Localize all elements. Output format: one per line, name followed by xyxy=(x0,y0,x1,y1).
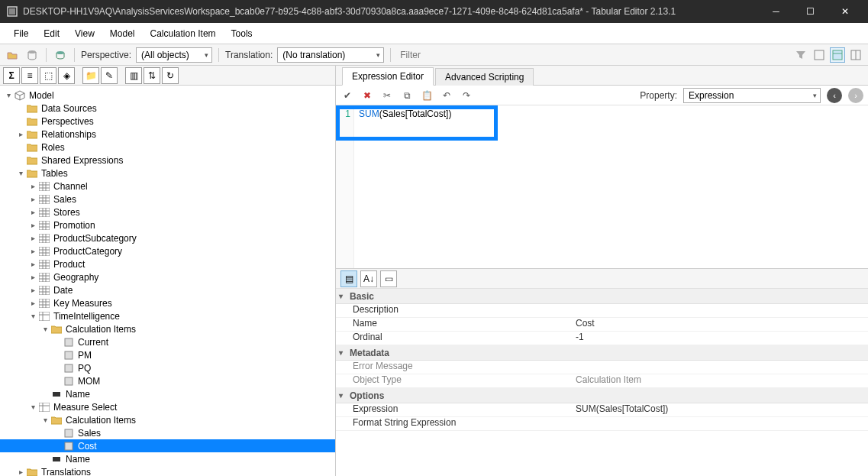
prop-description-value[interactable] xyxy=(573,304,868,317)
code-editor[interactable]: 1 SUM(Sales[TotalCost]) xyxy=(336,105,868,268)
tree-node-pm[interactable]: ▸PM xyxy=(0,348,335,361)
column-icon[interactable]: ▥ xyxy=(125,67,142,84)
property-list[interactable]: ▾Basic Description NameCost Ordinal-1 ▾M… xyxy=(336,289,868,476)
alpha-sort-icon[interactable]: A↓ xyxy=(360,270,377,287)
copy-icon[interactable]: ⧉ xyxy=(400,89,414,102)
tree-node-productsubcategory[interactable]: ▸ProductSubcategory xyxy=(0,232,335,244)
tree-node-calculation-items[interactable]: ▾Calculation Items xyxy=(0,413,335,426)
cancel-icon[interactable]: ✖ xyxy=(360,89,374,102)
maximize-button[interactable]: ☐ xyxy=(793,0,828,23)
tree-node-geography[interactable]: ▸Geography xyxy=(0,270,335,283)
paste-icon[interactable]: 📋 xyxy=(420,89,434,102)
tree-node-mom[interactable]: ▸MOM xyxy=(0,374,335,387)
back-button[interactable]: ‹ xyxy=(827,88,842,103)
undo-icon[interactable]: ↶ xyxy=(440,89,453,102)
tree-node-stores[interactable]: ▸Stores xyxy=(0,206,335,219)
tree-node-promotion[interactable]: ▸Promotion xyxy=(0,219,335,232)
tree-node-date[interactable]: ▸Date xyxy=(0,283,335,296)
categorized-icon[interactable]: ▤ xyxy=(340,270,357,287)
prop-page-icon[interactable]: ▭ xyxy=(380,270,397,287)
minimize-button[interactable]: ─ xyxy=(759,0,793,23)
accept-icon[interactable]: ✔ xyxy=(340,89,354,102)
tab-advanced-scripting[interactable]: Advanced Scripting xyxy=(435,68,534,86)
prop-error-label: Error Message xyxy=(336,361,573,374)
tree-node-current[interactable]: ▸Current xyxy=(0,335,335,348)
hierarchy-icon[interactable]: ⬚ xyxy=(40,67,56,84)
tree-node-tables[interactable]: ▾Tables xyxy=(0,167,335,180)
translation-combo[interactable]: (No translation) xyxy=(277,47,384,63)
open-icon[interactable] xyxy=(5,47,20,63)
menu-edit[interactable]: Edit xyxy=(36,25,67,42)
expression-editor: ✔ ✖ ✂ ⧉ 📋 ↶ ↷ Property: Expression ‹ › 1… xyxy=(336,86,868,269)
menu-model[interactable]: Model xyxy=(102,25,143,42)
tree-node-name[interactable]: ▸Name xyxy=(0,387,335,400)
view-icon-2[interactable] xyxy=(830,47,845,63)
filter-icon[interactable] xyxy=(793,47,808,63)
redo-icon[interactable]: ↷ xyxy=(460,89,473,102)
tree-node-data-sources[interactable]: ▸Data Sources xyxy=(0,102,335,115)
tree-node-name[interactable]: ▸Name xyxy=(0,452,335,465)
prop-name-value[interactable]: Cost xyxy=(573,318,868,331)
code-text[interactable]: SUM(Sales[TotalCost]) xyxy=(354,105,868,268)
tree-node-channel[interactable]: ▸Channel xyxy=(0,180,335,193)
svg-point-2 xyxy=(28,50,36,53)
tree-node-relationships[interactable]: ▸Relationships xyxy=(0,128,335,141)
db-icon[interactable] xyxy=(24,47,40,63)
sort-icon[interactable]: ⇅ xyxy=(144,67,160,84)
view-icon-1[interactable] xyxy=(812,47,827,63)
tree-node-translations[interactable]: ▸Translations xyxy=(0,465,335,476)
cat-options[interactable]: ▾Options xyxy=(336,388,868,403)
tree-root-model[interactable]: ▾Model xyxy=(0,89,335,102)
forward-button[interactable]: › xyxy=(848,88,863,103)
tree-node-cost[interactable]: ▸Cost xyxy=(0,439,335,452)
folder-icon[interactable]: 📁 xyxy=(82,67,99,84)
tree-node-calculation-items[interactable]: ▾Calculation Items xyxy=(0,322,335,335)
menu-file[interactable]: File xyxy=(6,25,36,42)
menu-tools[interactable]: Tools xyxy=(224,25,260,42)
cut-icon[interactable]: ✂ xyxy=(380,89,394,102)
prop-expr-label: Expression xyxy=(336,403,573,416)
tree-node-shared-expressions[interactable]: ▸Shared Expressions xyxy=(0,154,335,167)
perspective-combo[interactable]: (All objects) xyxy=(136,47,212,63)
tree-node-timeintelligence[interactable]: ▾TimeIntelligence xyxy=(0,309,335,322)
tree-node-measure-select[interactable]: ▾Measure Select xyxy=(0,400,335,413)
prop-ordinal-value[interactable]: -1 xyxy=(573,332,868,345)
window-title: DESKTOP-HH1V9AQ\AnalysisServicesWorkspac… xyxy=(23,6,759,17)
filter-input[interactable] xyxy=(397,48,789,62)
tree-node-key-measures[interactable]: ▸Key Measures xyxy=(0,296,335,309)
right-panel: Expression Editor Advanced Scripting ✔ ✖… xyxy=(336,66,868,476)
svg-rect-29 xyxy=(39,234,50,243)
prop-ordinal-label: Ordinal xyxy=(336,332,573,345)
list-icon[interactable]: ≡ xyxy=(21,67,38,84)
cat-metadata[interactable]: ▾Metadata xyxy=(336,345,868,361)
tree-node-sales[interactable]: ▸Sales xyxy=(0,193,335,206)
tree-node-sales[interactable]: ▸Sales xyxy=(0,426,335,439)
tab-expression-editor[interactable]: Expression Editor xyxy=(342,67,434,86)
prop-fse-value[interactable] xyxy=(573,417,868,430)
tree-node-roles[interactable]: ▸Roles xyxy=(0,141,335,154)
prop-description-label: Description xyxy=(336,304,573,317)
cat-basic[interactable]: ▾Basic xyxy=(336,289,868,304)
edit-icon[interactable]: ✎ xyxy=(101,67,118,84)
prop-expr-value[interactable]: SUM(Sales[TotalCost]) xyxy=(573,403,868,416)
tree-node-pq[interactable]: ▸PQ xyxy=(0,361,335,374)
tree-node-product[interactable]: ▸Product xyxy=(0,257,335,270)
refresh-icon[interactable]: ↻ xyxy=(162,67,179,84)
perspective-label: Perspective: xyxy=(81,50,131,60)
line-gutter: 1 xyxy=(336,105,354,268)
editor-tabs: Expression Editor Advanced Scripting xyxy=(336,66,868,86)
close-button[interactable]: ✕ xyxy=(828,0,862,23)
menu-view[interactable]: View xyxy=(67,25,102,42)
svg-rect-4 xyxy=(815,50,824,60)
cube-icon[interactable]: ◈ xyxy=(58,67,75,84)
property-combo[interactable]: Expression xyxy=(683,88,821,103)
view-icon-3[interactable] xyxy=(848,47,863,63)
tree-node-perspectives[interactable]: ▸Perspectives xyxy=(0,115,335,128)
tree-node-productcategory[interactable]: ▸ProductCategory xyxy=(0,244,335,257)
menu-calculation-item[interactable]: Calculation Item xyxy=(143,25,224,42)
sigma-icon[interactable]: Σ xyxy=(3,67,20,84)
model-tree[interactable]: ▾Model▸Data Sources▸Perspectives▸Relatio… xyxy=(0,86,335,476)
svg-rect-59 xyxy=(39,312,50,321)
svg-rect-49 xyxy=(39,286,50,295)
deploy-icon[interactable] xyxy=(53,47,68,63)
